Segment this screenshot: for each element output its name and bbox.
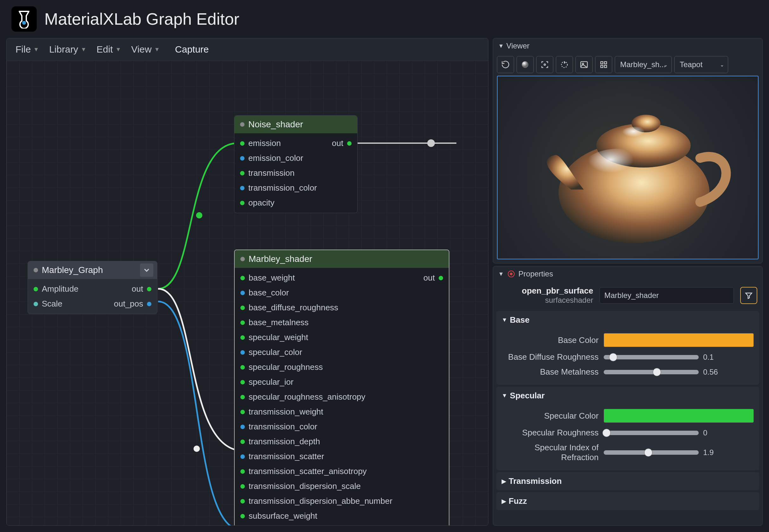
capture-button[interactable]: Capture xyxy=(175,44,209,55)
node-title: Noise_shader xyxy=(248,119,303,130)
properties-header[interactable]: ▼ Properties xyxy=(493,266,762,282)
metalness-slider[interactable] xyxy=(604,370,699,374)
graph-editor-panel: File▼ Library▼ Edit▼ View▼ Capture xyxy=(6,38,488,526)
section-specular: ▼Specular Specular Color Specular Roughn… xyxy=(496,387,759,470)
viewer-header[interactable]: ▼ Viewer xyxy=(493,38,762,54)
node-port-row: specular_color xyxy=(235,345,449,360)
viewer-toolbar: Marbley_sh...⌄ Teapot⌄ xyxy=(493,54,762,76)
properties-meta: open_pbr_surface surfaceshader xyxy=(493,282,762,309)
specular-roughness-slider[interactable] xyxy=(604,431,699,435)
focus-button[interactable] xyxy=(536,56,553,73)
svg-point-2 xyxy=(194,446,200,452)
geometry-select[interactable]: Teapot⌄ xyxy=(674,56,728,73)
node-port-row: subsurface_weight xyxy=(235,509,449,523)
app-logo xyxy=(11,6,37,32)
grid-button[interactable] xyxy=(595,56,612,73)
node-port-row: opacity xyxy=(234,195,357,210)
svg-rect-10 xyxy=(601,62,603,64)
property-subtype: surfaceshader xyxy=(498,296,593,305)
node-port-row: Scale out_pos xyxy=(28,296,157,311)
node-port-row: Amplitude out xyxy=(28,282,157,296)
expand-node-icon[interactable] xyxy=(140,263,153,277)
svg-point-1 xyxy=(196,212,202,219)
slider-value: 0.1 xyxy=(703,353,714,362)
node-header[interactable]: Noise_shader xyxy=(234,116,357,133)
openpbr-icon xyxy=(507,270,515,278)
graph-canvas[interactable]: Marbley_Graph Amplitude out Scale out_po… xyxy=(7,61,488,525)
node-port-row: subsurface_color xyxy=(235,523,449,525)
node-header[interactable]: Marbley_Graph xyxy=(28,261,157,279)
section-fuzz: ▶Fuzz xyxy=(496,492,759,510)
prop-label: Specular Index of Refraction xyxy=(502,443,599,462)
viewer-pane: ▼ Viewer Marbley_sh...⌄ Teapot⌄ xyxy=(493,38,763,263)
section-header[interactable]: ▶Fuzz xyxy=(497,492,759,510)
menu-bar: File▼ Library▼ Edit▼ View▼ Capture xyxy=(7,38,488,61)
node-port-row: emission_color xyxy=(234,151,357,166)
svg-rect-12 xyxy=(601,65,603,67)
menu-view[interactable]: View▼ xyxy=(131,44,160,55)
viewer-viewport[interactable] xyxy=(497,76,759,259)
properties-pane: ▼ Properties open_pbr_surface surfacesha… xyxy=(493,266,763,526)
collapse-icon[interactable]: ▼ xyxy=(498,43,504,49)
section-transmission: ▶Transmission xyxy=(496,472,759,490)
node-port-row: transmission xyxy=(234,166,357,181)
svg-point-6 xyxy=(544,64,546,66)
image-button[interactable] xyxy=(575,56,593,73)
base-color-swatch[interactable] xyxy=(604,333,754,347)
svg-rect-11 xyxy=(604,62,607,64)
node-port-row: transmission_scatter_anisotropy xyxy=(235,464,449,479)
svg-rect-13 xyxy=(604,65,607,67)
app-header: MaterialXLab Graph Editor xyxy=(0,0,769,38)
node-port-row: emission out xyxy=(234,136,357,151)
app-title: MaterialXLab Graph Editor xyxy=(44,9,239,29)
node-port-row: base_metalness xyxy=(235,315,449,330)
section-header[interactable]: ▶Transmission xyxy=(497,472,759,490)
node-port-row: transmission_scatter xyxy=(235,449,449,464)
filter-button[interactable] xyxy=(740,287,757,304)
svg-point-18 xyxy=(618,127,656,146)
node-port-row: specular_roughness_anisotropy xyxy=(235,389,449,404)
node-title: Marbley_Graph xyxy=(42,265,103,275)
menu-edit[interactable]: Edit▼ xyxy=(97,44,121,55)
section-header[interactable]: ▼Base xyxy=(497,311,759,329)
menu-file[interactable]: File▼ xyxy=(16,44,39,55)
slider-value: 0 xyxy=(703,428,707,437)
node-port-row: transmission_dispersion_scale xyxy=(235,479,449,494)
specular-color-swatch[interactable] xyxy=(604,409,754,423)
menu-library[interactable]: Library▼ xyxy=(49,44,86,55)
node-noise-shader[interactable]: Noise_shader emission out emission_color… xyxy=(234,115,358,213)
node-port-row: specular_ior xyxy=(235,375,449,389)
collapse-icon[interactable]: ▼ xyxy=(498,271,504,277)
sphere-button[interactable] xyxy=(517,56,534,73)
turntable-button[interactable] xyxy=(556,56,573,73)
svg-point-4 xyxy=(427,139,435,147)
material-select[interactable]: Marbley_sh...⌄ xyxy=(615,56,672,73)
node-port-row: base_diffuse_roughness xyxy=(235,300,449,315)
node-header[interactable]: Marbley_shader xyxy=(235,250,449,268)
slider-value: 0.56 xyxy=(703,368,718,377)
property-name-input[interactable] xyxy=(600,287,734,304)
prop-label: Base Diffuse Roughness xyxy=(502,352,599,362)
specular-ior-slider[interactable] xyxy=(604,450,699,455)
node-port-row: transmission_weight xyxy=(235,404,449,419)
svg-point-17 xyxy=(581,149,656,193)
node-marbley-shader[interactable]: Marbley_shader base_weightoutbase_colorb… xyxy=(234,250,449,525)
diffuse-roughness-slider[interactable] xyxy=(604,355,699,359)
svg-point-5 xyxy=(522,61,529,68)
node-port-row: transmission_depth xyxy=(235,434,449,449)
node-port-row: base_weightout xyxy=(235,270,449,285)
section-header[interactable]: ▼Specular xyxy=(497,387,759,404)
node-port-row: specular_weight xyxy=(235,330,449,345)
reload-button[interactable] xyxy=(497,56,514,73)
slider-value: 1.9 xyxy=(703,448,714,457)
property-type: open_pbr_surface xyxy=(498,286,593,296)
node-marbley-graph[interactable]: Marbley_Graph Amplitude out Scale out_po… xyxy=(28,261,157,314)
svg-point-0 xyxy=(22,21,26,25)
prop-label: Specular Roughness xyxy=(502,428,599,438)
node-title: Marbley_shader xyxy=(249,254,312,264)
section-base: ▼Base Base Color Base Diffuse Roughness … xyxy=(496,311,759,385)
node-port-row: transmission_dispersion_abbe_number xyxy=(235,494,449,509)
prop-label: Base Metalness xyxy=(502,367,599,377)
node-port-row: transmission_color xyxy=(234,181,357,195)
node-port-row: transmission_color xyxy=(235,419,449,434)
